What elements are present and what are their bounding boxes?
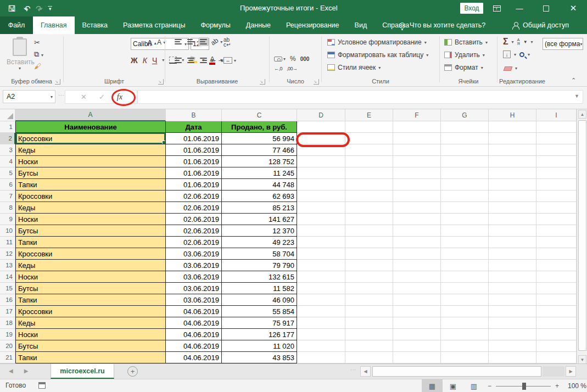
cell-C5[interactable]: 11 245 (222, 167, 297, 179)
cell-F7[interactable] (393, 191, 441, 202)
cell-G3[interactable] (441, 144, 489, 156)
format-cells-button[interactable]: Формат▾ (444, 64, 483, 71)
sheet-nav-arrows[interactable]: ◀▶ (9, 368, 28, 374)
row-header-17[interactable]: 17 (0, 306, 15, 317)
name-box[interactable]: A2 ▾ (3, 90, 55, 103)
cell-H5[interactable] (489, 167, 536, 179)
cell-E7[interactable] (345, 191, 393, 202)
tab-file[interactable]: Файл (0, 16, 33, 34)
cell-F9[interactable] (393, 214, 441, 225)
merge-caret-icon[interactable]: ▾ (234, 58, 236, 63)
cell-G5[interactable] (441, 167, 489, 179)
normal-view-button[interactable]: ▦ (422, 379, 443, 392)
find-select-icon[interactable] (519, 52, 524, 57)
cell-A19[interactable]: Носки (15, 329, 166, 340)
cell-G15[interactable] (441, 283, 489, 294)
number-dialog-launcher-icon[interactable] (314, 79, 319, 85)
row-header-1[interactable]: 1 (0, 121, 15, 133)
cell-G21[interactable] (441, 352, 489, 363)
cell-E9[interactable] (345, 214, 393, 225)
row-header-12[interactable]: 12 (0, 248, 15, 260)
cell-B7[interactable]: 02.06.2019 (166, 191, 222, 202)
cell-D10[interactable] (297, 225, 345, 237)
row-header-6[interactable]: 6 (0, 179, 15, 191)
maximize-button[interactable] (536, 0, 556, 16)
grow-font-button[interactable]: А▲ (147, 38, 157, 47)
row-header-18[interactable]: 18 (0, 317, 15, 329)
cell-I21[interactable] (536, 352, 577, 363)
add-sheet-button[interactable]: + (127, 366, 138, 377)
align-center-button[interactable] (186, 56, 196, 65)
cell-C2[interactable]: 56 994 (222, 133, 297, 144)
cell-styles-button[interactable]: Стили ячеек▾ (327, 64, 381, 71)
row-header-10[interactable]: 10 (0, 225, 15, 237)
cell-G4[interactable] (441, 156, 489, 167)
ribbon-display-options-icon[interactable] (489, 0, 505, 16)
scroll-left-icon[interactable]: ◀ (360, 366, 371, 377)
sheet-tab-active[interactable]: microexcel.ru (51, 364, 114, 379)
cell-D12[interactable] (297, 248, 345, 260)
cell-C21[interactable]: 43 853 (222, 352, 297, 363)
row-header-14[interactable]: 14 (0, 271, 15, 283)
cell-F3[interactable] (393, 144, 441, 156)
cell-F10[interactable] (393, 225, 441, 237)
cell-F1[interactable] (393, 121, 441, 133)
cell-F4[interactable] (393, 156, 441, 167)
cell-B19[interactable]: 04.06.2019 (166, 329, 222, 340)
save-icon[interactable]: 🖫 (8, 4, 16, 13)
cell-H6[interactable] (489, 179, 536, 191)
formula-input[interactable] (137, 90, 583, 104)
cell-F19[interactable] (393, 329, 441, 340)
cell-A21[interactable]: Тапки (15, 352, 166, 363)
cell-E10[interactable] (345, 225, 393, 237)
cell-E16[interactable] (345, 294, 393, 306)
cell-E21[interactable] (345, 352, 393, 363)
cell-H12[interactable] (489, 248, 536, 260)
cell-H9[interactable] (489, 214, 536, 225)
insert-cells-button[interactable]: Вставить▾ (444, 38, 488, 46)
cell-I15[interactable] (536, 283, 577, 294)
cell-I12[interactable] (536, 248, 577, 260)
fill-button[interactable]: ↓ (503, 51, 511, 58)
macro-record-icon[interactable] (38, 382, 46, 389)
cell-C17[interactable]: 55 854 (222, 306, 297, 317)
cell-E12[interactable] (345, 248, 393, 260)
cell-E14[interactable] (345, 271, 393, 283)
cell-F15[interactable] (393, 283, 441, 294)
cell-G20[interactable] (441, 340, 489, 352)
cell-D13[interactable] (297, 260, 345, 271)
cell-B20[interactable]: 04.06.2019 (166, 340, 222, 352)
zoom-in-icon[interactable]: + (555, 382, 559, 390)
cell-B6[interactable]: 01.06.2019 (166, 179, 222, 191)
merge-center-icon[interactable]: ↔ (223, 57, 232, 64)
tab-Данные[interactable]: Данные (238, 16, 278, 34)
cell-H8[interactable] (489, 202, 536, 214)
cell-E18[interactable] (345, 317, 393, 329)
row-header-15[interactable]: 15 (0, 283, 15, 294)
minimize-button[interactable]: — (510, 0, 529, 16)
cell-I8[interactable] (536, 202, 577, 214)
collapse-ribbon-icon[interactable]: ⌃ (571, 77, 576, 84)
cell-A12[interactable]: Кроссовки (15, 248, 166, 260)
cell-G19[interactable] (441, 329, 489, 340)
align-bottom-button[interactable] (198, 37, 209, 46)
cell-A2[interactable]: Кроссовки (15, 133, 166, 144)
comma-style-button[interactable]: 000 (300, 56, 310, 62)
cell-B8[interactable]: 02.06.2019 (166, 202, 222, 214)
format-as-table-button[interactable]: Форматировать как таблицу▾ (327, 51, 428, 59)
cell-H18[interactable] (489, 317, 536, 329)
cut-icon[interactable]: ✂ (34, 38, 43, 47)
cell-F16[interactable] (393, 294, 441, 306)
conditional-formatting-button[interactable]: Условное форматирование▾ (327, 38, 427, 46)
align-right-button[interactable] (198, 56, 209, 65)
row-header-3[interactable]: 3 (0, 144, 15, 156)
cell-A16[interactable]: Тапки (15, 294, 166, 306)
paste-button[interactable]: Вставить ▾ (7, 37, 33, 80)
wrap-text-button[interactable]: abc↵ (223, 37, 231, 47)
cell-D8[interactable] (297, 202, 345, 214)
cell-C13[interactable]: 79 790 (222, 260, 297, 271)
column-header-E[interactable]: E (345, 109, 393, 121)
cell-D9[interactable] (297, 214, 345, 225)
underline-caret-icon[interactable]: ▾ (162, 58, 164, 63)
cell-I18[interactable] (536, 317, 577, 329)
